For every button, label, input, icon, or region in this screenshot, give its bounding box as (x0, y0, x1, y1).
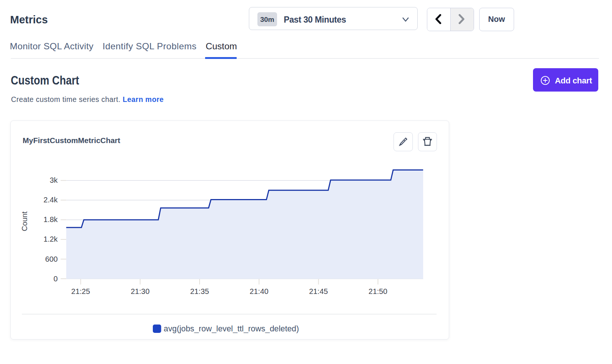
svg-text:avg(jobs_row_level_ttl_rows_de: avg(jobs_row_level_ttl_rows_deleted) (164, 324, 299, 333)
svg-text:21:35: 21:35 (190, 287, 209, 295)
svg-text:600: 600 (45, 255, 58, 263)
svg-text:21:25: 21:25 (71, 287, 90, 295)
svg-text:2.4k: 2.4k (43, 196, 58, 204)
svg-text:21:30: 21:30 (131, 287, 149, 295)
svg-text:21:50: 21:50 (369, 287, 388, 295)
svg-text:1.8k: 1.8k (43, 215, 58, 224)
svg-text:1.2k: 1.2k (43, 235, 58, 243)
svg-text:21:40: 21:40 (250, 287, 269, 295)
svg-text:0: 0 (53, 275, 57, 283)
svg-text:3k: 3k (50, 176, 58, 184)
svg-text:21:45: 21:45 (309, 287, 328, 295)
svg-text:Count: Count (20, 211, 29, 231)
